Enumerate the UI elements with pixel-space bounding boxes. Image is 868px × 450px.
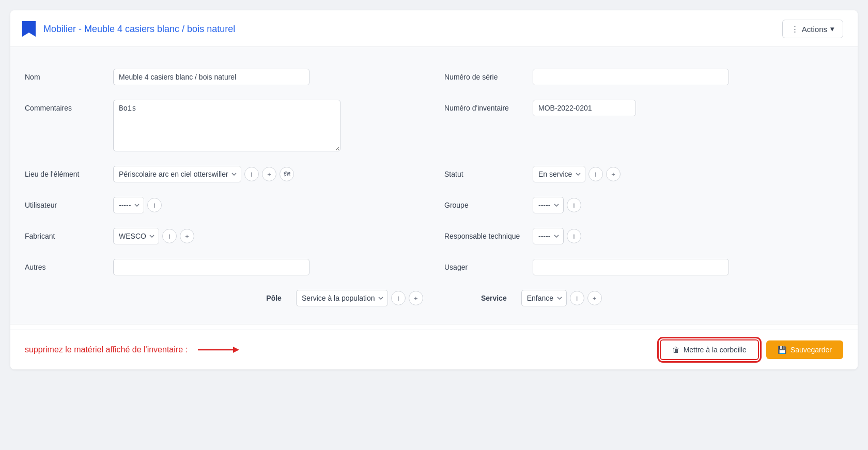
responsable-select[interactable]: -----	[533, 228, 564, 244]
info-icon-2: i	[595, 170, 597, 178]
fabricant-add-button[interactable]: +	[180, 229, 194, 243]
inventaire-control	[533, 100, 843, 116]
commentaires-label: Commentaires	[25, 100, 105, 112]
trash-icon: 🗑	[672, 346, 679, 354]
serie-control	[533, 69, 843, 85]
inventaire-row: Numéro d'inventaire	[444, 92, 843, 159]
info-icon-4: i	[574, 201, 575, 209]
save-icon: 💾	[778, 346, 786, 354]
nom-row: Nom	[25, 61, 424, 92]
chevron-down-icon: ▾	[830, 24, 834, 34]
serie-input[interactable]	[533, 69, 729, 85]
svg-marker-1	[233, 347, 239, 353]
inventaire-input[interactable]	[533, 100, 636, 116]
page-container: Mobilier - Meuble 4 casiers blanc / bois…	[10, 10, 858, 369]
info-icon: i	[251, 170, 253, 178]
groupe-row: Groupe ----- i	[444, 190, 843, 221]
pole-info-button[interactable]: i	[391, 291, 406, 305]
form-grid: Nom Numéro de série Commentaires Bois	[25, 61, 843, 314]
responsable-row: Responsable technique ----- i	[444, 221, 843, 252]
plus-icon-2: +	[611, 170, 615, 178]
utilisateur-select[interactable]: -----	[113, 197, 144, 213]
responsable-label: Responsable technique	[444, 228, 524, 240]
statut-info-button[interactable]: i	[588, 167, 603, 181]
fabricant-select[interactable]: WESCO	[113, 228, 159, 244]
statut-label: Statut	[444, 166, 524, 178]
trash-label: Mettre à la corbeille	[684, 346, 747, 354]
divider	[10, 324, 858, 324]
pole-control: Service à la population i +	[296, 290, 423, 306]
usager-label: Usager	[444, 259, 524, 271]
form-area: Nom Numéro de série Commentaires Bois	[10, 47, 858, 324]
usager-control	[533, 259, 843, 275]
header-left: Mobilier - Meuble 4 casiers blanc / bois…	[21, 20, 235, 38]
statut-row: Statut En service i +	[444, 159, 843, 190]
responsable-control: ----- i	[533, 228, 843, 244]
service-control: Enfance i +	[521, 290, 602, 306]
service-info-button[interactable]: i	[570, 291, 584, 305]
plus-icon-4: +	[414, 294, 418, 302]
plus-icon: +	[267, 170, 271, 178]
autres-label: Autres	[25, 259, 105, 271]
lieu-control: Périscolaire arc en ciel otterswiller i …	[113, 166, 424, 182]
utilisateur-control: ----- i	[113, 197, 424, 213]
bottom-bar: supprimez le matériel affiché de l'inven…	[10, 330, 858, 369]
map-icon: 🗺	[284, 170, 290, 178]
dots-icon: ⋮	[791, 24, 799, 34]
commentaires-row: Commentaires Bois	[25, 92, 424, 159]
info-icon-5: i	[169, 232, 171, 240]
plus-icon-3: +	[185, 232, 189, 240]
lieu-select[interactable]: Périscolaire arc en ciel otterswiller	[113, 166, 241, 182]
pole-add-button[interactable]: +	[409, 291, 423, 305]
service-select[interactable]: Enfance	[521, 290, 567, 306]
groupe-label: Groupe	[444, 197, 524, 209]
service-add-button[interactable]: +	[587, 291, 602, 305]
autres-control	[113, 259, 424, 275]
fabricant-row: Fabricant WESCO i +	[25, 221, 424, 252]
nom-label: Nom	[25, 69, 105, 81]
bookmark-icon	[21, 20, 37, 38]
service-label: Service	[481, 290, 513, 302]
annotation-text: supprimez le matériel affiché de l'inven…	[25, 345, 188, 354]
lieu-label: Lieu de l'élément	[25, 166, 105, 178]
nom-input[interactable]	[113, 69, 309, 85]
lieu-info-button[interactable]: i	[244, 167, 259, 181]
utilisateur-label: Utilisateur	[25, 197, 105, 209]
statut-select[interactable]: En service	[533, 166, 585, 182]
statut-add-button[interactable]: +	[606, 167, 621, 181]
serie-row: Numéro de série	[444, 61, 843, 92]
responsable-info-button[interactable]: i	[567, 229, 581, 243]
info-icon-8: i	[576, 294, 578, 302]
groupe-info-button[interactable]: i	[567, 198, 581, 212]
usager-row: Usager	[444, 252, 843, 283]
info-icon-6: i	[574, 232, 575, 240]
groupe-control: ----- i	[533, 197, 843, 213]
autres-row: Autres	[25, 252, 424, 283]
utilisateur-info-button[interactable]: i	[147, 198, 162, 212]
actions-label: Actions	[802, 25, 827, 34]
autres-input[interactable]	[113, 259, 309, 275]
nom-control	[113, 69, 424, 85]
groupe-select[interactable]: -----	[533, 197, 564, 213]
lieu-map-button[interactable]: 🗺	[280, 167, 294, 181]
usager-input[interactable]	[533, 259, 729, 275]
trash-button[interactable]: 🗑 Mettre à la corbeille	[660, 339, 759, 360]
inventaire-label: Numéro d'inventaire	[444, 100, 524, 112]
pole-select[interactable]: Service à la population	[296, 290, 388, 306]
fabricant-info-button[interactable]: i	[162, 229, 177, 243]
lieu-row: Lieu de l'élément Périscolaire arc en ci…	[25, 159, 424, 190]
actions-button[interactable]: ⋮ Actions ▾	[782, 20, 843, 38]
bottom-right: 🗑 Mettre à la corbeille 💾 Sauvegarder	[660, 339, 843, 360]
commentaires-input[interactable]: Bois	[113, 100, 340, 151]
pole-service-row: Pôle Service à la population i + Service	[25, 283, 843, 314]
fabricant-control: WESCO i +	[113, 228, 424, 244]
page-title: Mobilier - Meuble 4 casiers blanc / bois…	[43, 24, 235, 35]
page-header: Mobilier - Meuble 4 casiers blanc / bois…	[10, 10, 858, 47]
info-icon-3: i	[154, 201, 156, 209]
lieu-add-button[interactable]: +	[262, 167, 276, 181]
save-label: Sauvegarder	[791, 346, 832, 354]
save-button[interactable]: 💾 Sauvegarder	[766, 340, 843, 359]
utilisateur-row: Utilisateur ----- i	[25, 190, 424, 221]
pole-label: Pôle	[266, 290, 288, 302]
serie-label: Numéro de série	[444, 69, 524, 81]
